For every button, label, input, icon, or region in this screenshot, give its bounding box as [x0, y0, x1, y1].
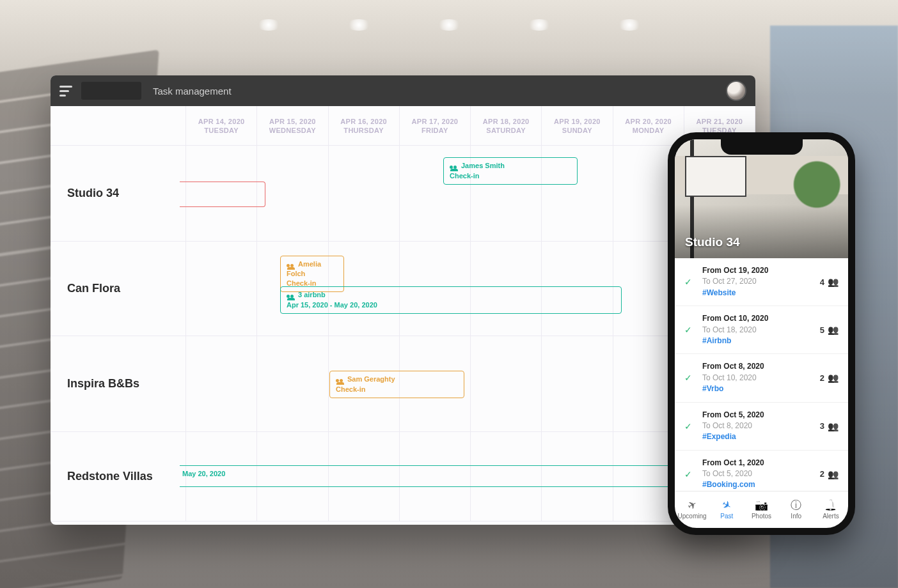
guest-count: 3 [820, 421, 824, 431]
column-day: MONDAY [633, 127, 665, 134]
column-date: APR 21, 2020 [697, 118, 743, 125]
reservation-from: From Oct 5, 2020 [702, 410, 811, 421]
column-date: APR 14, 2020 [198, 118, 245, 125]
tab-info[interactable]: Info [779, 491, 814, 528]
calendar-header-row: APR 14, 2020TUESDAYAPR 15, 2020WEDNESDAY… [51, 106, 755, 146]
event-guest-name: James Smith [461, 162, 505, 169]
tab-bar: Upcoming Past Photos Info Alerts [675, 491, 848, 528]
calendar-column-header: APR 17, 2020FRIDAY [400, 106, 471, 145]
column-date: APR 16, 2020 [340, 118, 387, 125]
background-spotlights [224, 19, 674, 45]
reservation-list[interactable]: From Oct 19, 2020To Oct 27, 2020#Website… [675, 258, 848, 491]
property-row-can-flora: Can Flora Amelia Folch Check-in 3 airbnb… [51, 242, 755, 336]
guests-icon [450, 166, 458, 171]
tab-label: Past [720, 513, 733, 520]
column-date: APR 19, 2020 [554, 118, 601, 125]
check-icon [683, 469, 693, 479]
column-day: SATURDAY [486, 127, 526, 134]
reservation-item[interactable]: From Oct 5, 2020To Oct 8, 2020#Expedia3 [675, 403, 848, 451]
property-row-studio-34: Studio 34 James Smith Check-in [51, 146, 755, 242]
reservation-to: To Oct 18, 2020 [702, 325, 811, 336]
reservation-guests: 2 [820, 469, 839, 479]
calendar-column-header: APR 14, 2020TUESDAY [186, 106, 257, 145]
column-date: APR 15, 2020 [269, 118, 316, 125]
reservation-guests: 2 [820, 373, 839, 383]
calendar-column-header: APR 15, 2020WEDNESDAY [257, 106, 328, 145]
guest-count: 4 [820, 277, 824, 287]
reservation-source: #Vrbo [702, 383, 811, 394]
calendar-column-header: APR 16, 2020THURSDAY [329, 106, 400, 145]
reservation-to: To Oct 8, 2020 [702, 421, 811, 431]
calendar-column-header: APR 20, 2020MONDAY [613, 106, 684, 145]
event-empty-red[interactable] [180, 182, 265, 207]
guest-count: 5 [820, 325, 824, 335]
plane-arrival-icon [722, 500, 731, 511]
info-icon [791, 500, 801, 511]
column-day: TUESDAY [204, 127, 239, 134]
guest-count: 2 [820, 373, 824, 383]
tab-label: Upcoming [678, 513, 707, 520]
tab-upcoming[interactable]: Upcoming [675, 491, 709, 528]
phone-notch [721, 139, 803, 155]
guests-icon [336, 379, 344, 385]
reservation-from: From Oct 8, 2020 [702, 361, 811, 372]
guests-icon [287, 295, 295, 300]
property-row-inspira: Inspira B&Bs Sam Geraghty Check-in [51, 336, 755, 432]
app-header: Task management [51, 75, 755, 106]
reservation-from: From Oct 10, 2020 [702, 313, 811, 324]
reservation-info: From Oct 1, 2020To Oct 5, 2020#Booking.c… [702, 458, 811, 491]
menu-icon[interactable] [59, 83, 75, 98]
guests-icon [828, 373, 839, 383]
reservation-from: From Oct 19, 2020 [702, 265, 811, 276]
check-icon [683, 277, 693, 287]
check-icon [683, 373, 693, 383]
guest-count: 2 [820, 469, 824, 479]
user-avatar[interactable] [726, 81, 746, 101]
tab-past[interactable]: Past [709, 491, 744, 528]
property-row-redstone: Redstone Villas May 20, 2020 [51, 432, 755, 522]
event-subtitle: Apr 15, 2020 - May 20, 2020 [287, 301, 615, 310]
phone-screen: Studio 34 From Oct 19, 2020To Oct 27, 20… [675, 139, 848, 528]
phone-mockup: Studio 34 From Oct 19, 2020To Oct 27, 20… [668, 132, 855, 535]
guests-icon [287, 264, 295, 270]
reservation-to: To Oct 10, 2020 [702, 373, 811, 383]
reservation-source: #Booking.com [702, 479, 811, 490]
tab-label: Photos [752, 513, 771, 520]
reservation-source: #Airbnb [702, 336, 811, 346]
reservation-info: From Oct 10, 2020To Oct 18, 2020#Airbnb [702, 313, 811, 346]
reservation-item[interactable]: From Oct 19, 2020To Oct 27, 2020#Website… [675, 258, 848, 306]
guests-icon [828, 421, 839, 431]
check-icon [683, 325, 693, 335]
reservation-from: From Oct 1, 2020 [702, 458, 811, 468]
bell-icon [824, 500, 837, 511]
tab-label: Alerts [823, 513, 839, 520]
property-title: Studio 34 [685, 235, 740, 249]
column-date: APR 17, 2020 [412, 118, 459, 125]
reservation-to: To Oct 27, 2020 [702, 276, 811, 287]
event-date-text: May 20, 2020 [182, 470, 225, 477]
event-subtitle: Check-in [450, 172, 571, 181]
reservation-source: #Expedia [702, 431, 811, 442]
event-sam-geraghty[interactable]: Sam Geraghty Check-in [329, 371, 464, 398]
check-icon [683, 421, 693, 431]
tab-photos[interactable]: Photos [744, 491, 778, 528]
property-label: Redstone Villas [51, 432, 186, 521]
camera-icon [755, 500, 768, 511]
event-guest-name: 3 airbnb [298, 291, 326, 298]
tab-alerts[interactable]: Alerts [814, 491, 848, 528]
tab-label: Info [791, 513, 801, 520]
guests-icon [828, 325, 839, 335]
event-3-airbnb[interactable]: 3 airbnb Apr 15, 2020 - May 20, 2020 [280, 286, 622, 314]
calendar-grid: APR 14, 2020TUESDAYAPR 15, 2020WEDNESDAY… [51, 106, 755, 525]
reservation-guests: 3 [820, 421, 839, 431]
reservation-item[interactable]: From Oct 10, 2020To Oct 18, 2020#Airbnb5 [675, 306, 848, 354]
reservation-item[interactable]: From Oct 8, 2020To Oct 10, 2020#Vrbo2 [675, 354, 848, 402]
calendar-column-header: APR 19, 2020SUNDAY [542, 106, 613, 145]
calendar-column-header: APR 18, 2020SATURDAY [471, 106, 542, 145]
event-james-smith[interactable]: James Smith Check-in [443, 157, 578, 185]
reservation-item[interactable]: From Oct 1, 2020To Oct 5, 2020#Booking.c… [675, 451, 848, 491]
reservation-guests: 4 [820, 277, 839, 287]
hero-artwork [689, 160, 740, 190]
reservation-guests: 5 [820, 325, 839, 335]
guests-icon [828, 277, 839, 287]
